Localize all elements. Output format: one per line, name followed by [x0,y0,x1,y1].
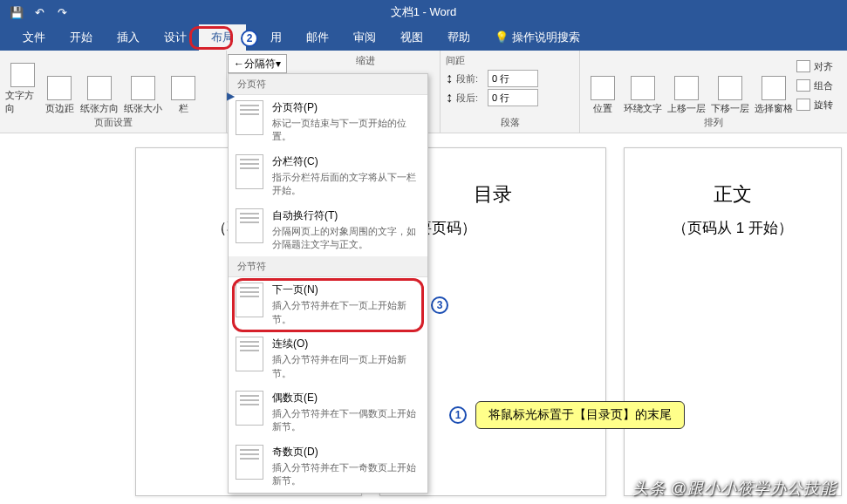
tab-help[interactable]: 帮助 [435,24,482,51]
align-icon [796,60,810,72]
columns-label: 栏 [179,102,188,115]
dd-item-text-wrap[interactable]: 自动换行符(T)分隔网页上的对象周围的文字，如分隔题注文字与正文。 [229,203,427,257]
dd-desc: 插入分节符并在同一页上开始新节。 [272,353,420,380]
dd-item-column-break[interactable]: 分栏符(C)指示分栏符后面的文字将从下一栏开始。 [229,149,427,203]
text-wrap-icon [236,208,263,243]
redo-icon[interactable]: ↷ [52,3,72,22]
spacing-header: 间距 [446,54,465,67]
backward-label: 下移一层 [711,102,749,115]
align-button[interactable]: 对齐 [796,58,833,75]
tab-file[interactable]: 文件 [10,24,58,51]
arrow-down-icon: ↕ [446,90,453,106]
page-body-sub: （页码从 1 开始） [625,218,841,238]
arrow-up-icon: ↕ [446,71,453,86]
text-direction-label: 文字方向 [5,89,40,115]
tell-me-search[interactable]: 💡 操作说明搜索 [482,24,592,51]
tab-layout[interactable]: 布局 [199,24,246,51]
margins-label: 页边距 [45,102,74,115]
columns-button[interactable]: 栏 [166,54,201,115]
quick-access-toolbar: 💾 ↶ ↷ [0,3,72,22]
dd-item-continuous[interactable]: 连续(O)插入分节符并在同一页上开始新节。 [229,331,427,385]
menu-bar: 文件 开始 插入 设计 布局 用 邮件 审阅 视图 帮助 💡 操作说明搜索 [0,24,847,51]
group-spacing: 间距 ↕段前:0 行 ↕段后:0 行 段落 [441,51,580,133]
position-button[interactable]: 位置 [585,54,620,115]
tab-home[interactable]: 开始 [58,24,105,51]
wrap-icon [631,76,655,100]
dd-desc: 标记一页结束与下一页开始的位置。 [272,117,420,144]
before-label: 段前: [456,72,484,85]
margins-icon [47,76,72,100]
undo-icon[interactable]: ↶ [30,3,49,22]
spacing-after-input[interactable]: 0 行 [488,89,538,106]
position-label: 位置 [593,102,612,115]
column-break-icon [236,154,263,189]
margins-button[interactable]: 页边距 [42,54,77,115]
group-label-paragraph: 段落 [446,116,574,131]
dd-desc: 分隔网页上的对象周围的文字，如分隔题注文字与正文。 [272,225,420,252]
watermark: 头条 @跟小小筱学办公技能 [632,478,837,499]
text-direction-button[interactable]: 文字方向 [5,54,40,115]
size-label: 纸张大小 [124,102,162,115]
backward-icon [718,76,742,100]
position-icon [591,76,615,100]
dd-desc: 指示分栏符后面的文字将从下一栏开始。 [272,171,420,198]
even-page-icon [236,391,263,426]
indent-header: 缩进 [356,54,375,67]
rotate-button[interactable]: 旋转 [796,96,833,113]
forward-icon [674,76,699,100]
title-bar: 💾 ↶ ↷ 文档1 - Word [0,0,847,24]
dd-item-next-page[interactable]: ▶ 下一页(N)插入分节符并在下一页上开始新节。 [229,277,427,331]
size-button[interactable]: 纸张大小 [122,54,164,115]
group-button[interactable]: 组合 [796,77,833,94]
forward-button[interactable]: 上移一层 [666,54,707,115]
spacing-before-input[interactable]: 0 行 [488,70,538,87]
save-icon[interactable]: 💾 [7,3,26,22]
page-body-title: 正文 [625,181,841,208]
tab-mailings[interactable]: 邮件 [294,24,341,51]
step-badge-2: 2 [241,30,258,47]
orientation-button[interactable]: 纸张方向 [79,54,120,115]
callout-instruction: 将鼠标光标置于【目录页】的末尾 [475,401,685,429]
text-direction-icon [10,63,35,87]
breaks-dropdown-trigger[interactable]: ← 分隔符 ▾ [228,54,287,73]
dd-title: 奇数页(D) [272,445,420,460]
orientation-icon [87,76,112,100]
group-label-arrange: 排列 [585,116,842,131]
tab-insert[interactable]: 插入 [105,24,152,51]
next-page-icon [236,283,263,317]
dd-desc: 插入分节符并在下一页上开始新节。 [272,299,420,326]
dd-title: 连续(O) [272,337,420,351]
forward-label: 上移一层 [667,102,706,115]
selection-icon [762,76,786,100]
tab-review[interactable]: 审阅 [341,24,388,51]
dd-item-even-page[interactable]: 偶数页(E)插入分节符并在下一偶数页上开始新节。 [229,385,427,439]
continuous-icon [236,337,263,371]
page-body[interactable]: 正文 （页码从 1 开始） [624,147,842,496]
dd-title: 下一页(N) [272,283,420,297]
step-badge-1: 1 [449,406,467,424]
dd-desc: 插入分节符并在下一奇数页上开始新节。 [272,461,420,488]
rotate-icon [796,99,810,111]
dd-item-odd-page[interactable]: 奇数页(D)插入分节符并在下一奇数页上开始新节。 [229,439,427,494]
group-arrange: 位置 环绕文字 上移一层 下移一层 选择窗格 对齐 组合 旋转 排列 [580,51,847,133]
selection-pane-button[interactable]: 选择窗格 [753,54,795,115]
backward-button[interactable]: 下移一层 [709,54,751,115]
group-obj-label: 组合 [814,79,833,92]
selection-marker-icon: ▶ [227,90,235,102]
page-break-icon [236,100,263,135]
dd-title: 分栏符(C) [272,154,420,169]
step-badge-3: 3 [431,296,448,314]
wrap-button[interactable]: 环绕文字 [622,54,664,115]
dd-title: 分页符(P) [272,100,420,115]
rotate-label: 旋转 [814,99,833,112]
tab-design[interactable]: 设计 [152,24,199,51]
tab-view[interactable]: 视图 [388,24,435,51]
breaks-trigger-label: 分隔符 [244,57,276,72]
odd-page-icon [236,445,263,480]
align-label: 对齐 [814,60,833,73]
window-title: 文档1 - Word [391,4,457,20]
wrap-label: 环绕文字 [624,102,662,115]
dd-item-page-break[interactable]: 分页符(P)标记一页结束与下一页开始的位置。 [229,95,427,149]
group-label-page-setup: 页面设置 [5,116,221,131]
dd-title: 自动换行符(T) [272,208,420,223]
